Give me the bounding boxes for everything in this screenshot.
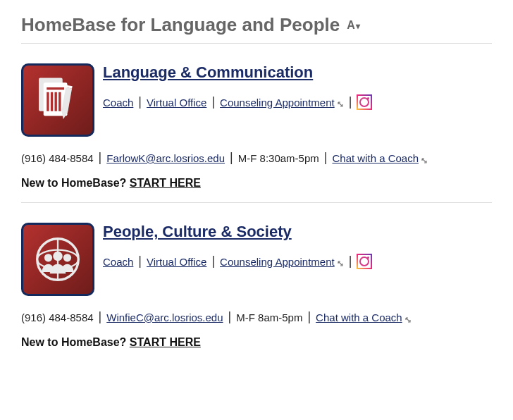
separator: | bbox=[349, 254, 352, 268]
email-link[interactable]: FarlowK@arc.losrios.edu bbox=[106, 152, 225, 164]
people-icon bbox=[21, 223, 94, 296]
external-link-icon bbox=[404, 314, 412, 321]
phone-text: (916) 484-8584 bbox=[21, 311, 94, 323]
separator: | bbox=[99, 150, 102, 165]
separator: | bbox=[211, 254, 215, 268]
start-here-link[interactable]: START HERE bbox=[130, 336, 201, 348]
divider bbox=[21, 202, 492, 203]
separator: | bbox=[228, 309, 232, 324]
separator: | bbox=[99, 309, 102, 324]
chevron-down-icon: ▾ bbox=[356, 21, 360, 31]
svg-rect-5 bbox=[55, 92, 57, 111]
svg-point-15 bbox=[53, 252, 63, 261]
reduce-font-a: A bbox=[347, 19, 355, 32]
phone-text: (916) 484-8584 bbox=[21, 152, 94, 164]
new-to-homebase: New to HomeBase? START HERE bbox=[21, 336, 492, 349]
detail-row: (916) 484-8584 | WinfieC@arc.losrios.edu… bbox=[21, 310, 492, 325]
link-row: Coach | Virtual Office | Counseling Appo… bbox=[103, 254, 372, 269]
email-link[interactable]: WinfieC@arc.losrios.edu bbox=[106, 311, 223, 323]
external-link-icon bbox=[421, 154, 428, 161]
new-to-homebase: New to HomeBase? START HERE bbox=[21, 177, 492, 190]
hours-text: M-F 8:30am-5pm bbox=[238, 152, 319, 164]
svg-point-13 bbox=[44, 254, 52, 261]
divider bbox=[21, 43, 492, 44]
chat-link[interactable]: Chat with a Coach bbox=[332, 152, 419, 164]
start-here-link[interactable]: START HERE bbox=[130, 177, 201, 189]
virtual-office-link[interactable]: Virtual Office bbox=[147, 97, 206, 109]
coach-link[interactable]: Coach bbox=[103, 256, 133, 268]
svg-rect-4 bbox=[51, 92, 53, 111]
svg-rect-3 bbox=[47, 92, 49, 111]
card-title-link[interactable]: People, Culture & Society bbox=[103, 223, 372, 241]
separator: | bbox=[230, 150, 233, 165]
separator: | bbox=[307, 309, 311, 324]
instagram-icon[interactable] bbox=[357, 94, 372, 110]
homebase-card-people-culture-society: People, Culture & Society Coach | Virtua… bbox=[21, 223, 492, 349]
svg-rect-6 bbox=[58, 92, 61, 111]
coach-link[interactable]: Coach bbox=[103, 97, 133, 109]
homebase-card-language-communication: Language & Communication Coach | Virtual… bbox=[21, 63, 492, 190]
instagram-icon[interactable] bbox=[357, 254, 372, 269]
external-link-icon bbox=[337, 257, 344, 264]
separator: | bbox=[138, 94, 142, 109]
hours-text: M-F 8am-5pm bbox=[236, 311, 302, 323]
separator: | bbox=[349, 94, 352, 109]
separator: | bbox=[211, 94, 215, 109]
chat-link[interactable]: Chat with a Coach bbox=[316, 311, 402, 323]
separator: | bbox=[138, 254, 142, 268]
counseling-link[interactable]: Counseling Appointment bbox=[220, 256, 335, 268]
counseling-link[interactable]: Counseling Appointment bbox=[220, 97, 335, 109]
page-title: HomeBase for Language and People bbox=[21, 14, 340, 36]
link-row: Coach | Virtual Office | Counseling Appo… bbox=[103, 94, 372, 110]
external-link-icon bbox=[337, 98, 344, 105]
document-icon bbox=[21, 63, 94, 137]
card-title-link[interactable]: Language & Communication bbox=[103, 63, 372, 82]
reduce-font-button[interactable]: A ▾ bbox=[347, 19, 360, 32]
new-prefix: New to HomeBase? bbox=[21, 336, 130, 348]
virtual-office-link[interactable]: Virtual Office bbox=[147, 256, 206, 268]
svg-point-14 bbox=[63, 254, 71, 261]
new-prefix: New to HomeBase? bbox=[21, 177, 130, 189]
detail-row: (916) 484-8584 | FarlowK@arc.losrios.edu… bbox=[21, 151, 492, 166]
svg-rect-2 bbox=[47, 87, 64, 89]
separator: | bbox=[324, 150, 328, 165]
